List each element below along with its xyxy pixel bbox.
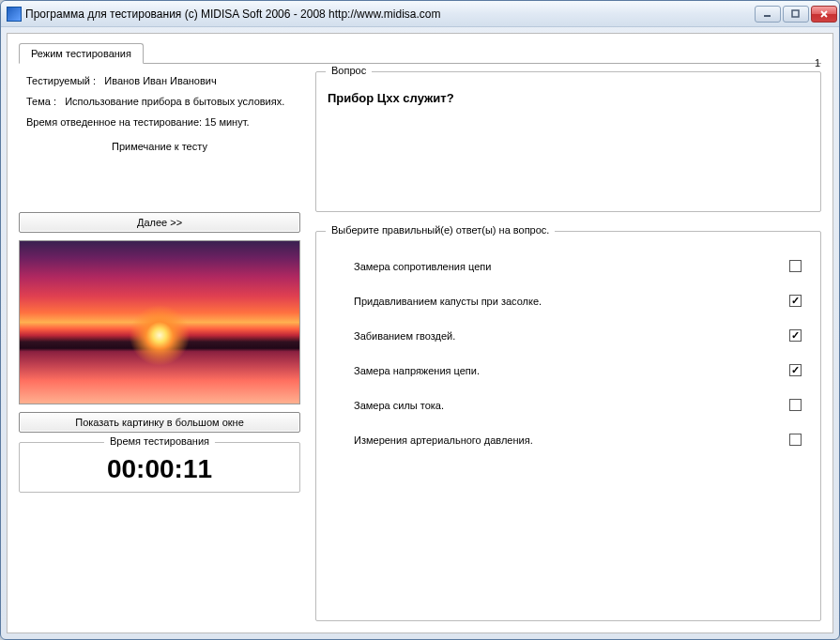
topic-label: Тема : xyxy=(26,96,56,107)
timer-group-label: Время тестирования xyxy=(104,435,215,447)
content: Тестируемый : Иванов Иван Иванович Тема … xyxy=(19,71,821,621)
testee-row: Тестируемый : Иванов Иван Иванович xyxy=(26,75,300,86)
answer-checkbox[interactable] xyxy=(789,260,802,272)
answer-row: Забиванием гвоздей. xyxy=(329,318,807,353)
answer-checkbox[interactable] xyxy=(789,399,802,411)
maximize-icon xyxy=(791,9,801,19)
tab-testing-mode[interactable]: Режим тестирования xyxy=(19,43,144,64)
timer-value: 00:00:11 xyxy=(20,454,299,484)
answer-row: Придавливанием капусты при засолке. xyxy=(329,283,807,318)
note-spacer xyxy=(19,156,300,212)
question-image xyxy=(19,240,300,404)
minimize-button[interactable] xyxy=(755,6,781,23)
show-large-image-button[interactable]: Показать картинку в большом окне xyxy=(19,412,300,433)
note-label: Примечание к тесту xyxy=(19,141,300,152)
answer-text: Забиванием гвоздей. xyxy=(354,330,455,342)
question-text: Прибор Цхх служит? xyxy=(328,91,809,105)
answer-checkbox[interactable] xyxy=(789,434,802,446)
answer-text: Замера силы тока. xyxy=(354,400,444,411)
window-controls xyxy=(755,6,837,23)
testee-value: Иванов Иван Иванович xyxy=(104,75,216,86)
answer-text: Замера сопротивления цепи xyxy=(354,261,491,272)
answer-text: Замера напряжения цепи. xyxy=(354,365,480,376)
close-icon xyxy=(819,9,829,19)
answers-group-label: Выберите правильный(е) ответ(ы) на вопро… xyxy=(326,224,555,236)
timer-group: Время тестирования 00:00:11 xyxy=(19,442,300,493)
question-group-label: Вопрос xyxy=(326,65,372,76)
left-column: Тестируемый : Иванов Иван Иванович Тема … xyxy=(19,71,300,621)
answer-row: Замера напряжения цепи. xyxy=(329,353,807,388)
answer-row: Замера сопротивления цепи xyxy=(329,249,807,283)
allotted-time-row: Время отведенное на тестирование: 15 мин… xyxy=(26,116,300,128)
minimize-icon xyxy=(763,9,772,19)
titlebar[interactable]: Программа для тестирования (c) MIDISA So… xyxy=(1,1,839,27)
answer-text: Измерения артериального давления. xyxy=(354,434,533,446)
right-column: 1 Вопрос Прибор Цхх служит? Выберите пра… xyxy=(315,71,821,621)
svg-rect-1 xyxy=(792,10,799,17)
answer-row: Замера силы тока. xyxy=(329,388,807,422)
topic-row: Тема : Использование прибора в бытовых у… xyxy=(26,96,300,107)
next-button[interactable]: Далее >> xyxy=(19,212,300,233)
maximize-button[interactable] xyxy=(783,6,809,23)
question-number: 1 xyxy=(815,57,820,69)
answers-group: Выберите правильный(е) ответ(ы) на вопро… xyxy=(315,231,821,621)
app-window: Программа для тестирования (c) MIDISA So… xyxy=(0,0,840,640)
answer-row: Измерения артериального давления. xyxy=(329,422,807,457)
client-area: Режим тестирования Тестируемый : Иванов … xyxy=(7,33,833,633)
app-icon xyxy=(7,7,22,22)
answer-text: Придавливанием капусты при засолке. xyxy=(354,296,542,307)
answer-checkbox[interactable] xyxy=(789,295,802,307)
answer-checkbox[interactable] xyxy=(789,364,802,376)
close-button[interactable] xyxy=(811,6,837,23)
tab-strip: Режим тестирования xyxy=(19,43,821,64)
topic-value: Использование прибора в бытовых условиях… xyxy=(65,96,284,107)
question-group: 1 Вопрос Прибор Цхх служит? xyxy=(315,71,821,212)
testee-label: Тестируемый : xyxy=(26,75,96,86)
answer-checkbox[interactable] xyxy=(789,329,802,342)
window-title: Программа для тестирования (c) MIDISA So… xyxy=(25,8,755,21)
